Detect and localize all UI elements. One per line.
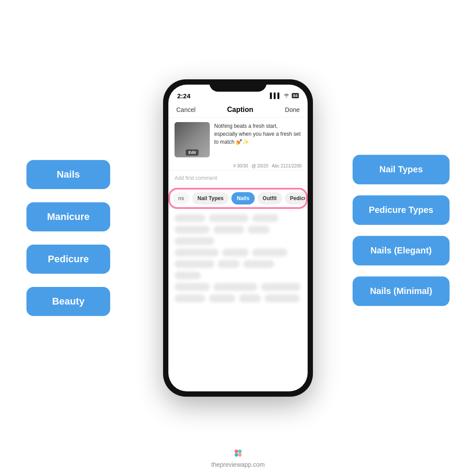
- hashtag-row-2: [175, 226, 301, 245]
- signal-icon: ▌▌▌: [270, 93, 281, 99]
- phone-screen: 2:24 ▌▌▌ 84 Cancel Caption: [168, 85, 308, 391]
- svg-point-0: [234, 450, 238, 453]
- page-footer: thepreviewapp.com: [211, 448, 264, 468]
- hashtag-pill: [209, 214, 249, 222]
- post-caption-text[interactable]: Nothing beats a fresh start, especially …: [214, 122, 301, 157]
- tag-button-nail-types[interactable]: Nail Types: [353, 155, 450, 184]
- hashtag-pill: [213, 226, 244, 234]
- page-wrapper: Nails Manicure Pedicure Beauty Nail Type…: [0, 0, 476, 476]
- hashtag-pill: [218, 260, 240, 268]
- left-buttons: Nails Manicure Pedicure Beauty: [26, 160, 110, 316]
- category-tabs-wrapper: ns Nail Types Nails Outfit Pedicure P...: [171, 190, 305, 206]
- tab-nail-types[interactable]: Nail Types: [192, 192, 229, 205]
- tab-outfit[interactable]: Outfit: [257, 192, 282, 205]
- hashtags-area: [168, 211, 308, 391]
- svg-point-2: [234, 453, 238, 457]
- caption-title: Caption: [227, 106, 253, 114]
- hashtag-pill: [175, 214, 205, 222]
- hashtag-pill: [175, 283, 210, 291]
- hashtag-pill: [252, 214, 279, 222]
- status-icons: ▌▌▌ 84: [270, 93, 299, 99]
- tag-button-nails-minimal[interactable]: Nails (Minimal): [353, 276, 450, 306]
- hashtag-pill: [175, 226, 210, 234]
- edit-label: Edit: [186, 149, 199, 156]
- phone-frame: 2:24 ▌▌▌ 84 Cancel Caption: [163, 79, 313, 397]
- done-button[interactable]: Done: [285, 106, 300, 113]
- hashtag-count: # 30/30: [233, 164, 248, 168]
- hashtag-row-5: [175, 283, 301, 291]
- wifi-icon: [283, 93, 290, 99]
- tag-button-nails-elegant[interactable]: Nails (Elegant): [353, 236, 450, 265]
- hashtag-pill: [175, 271, 201, 279]
- svg-point-1: [238, 450, 242, 453]
- tag-button-pedicure-types[interactable]: Pedicure Types: [353, 195, 450, 225]
- hashtag-pill: [175, 237, 214, 245]
- hashtag-pill: [248, 226, 270, 234]
- stats-row: # 30/30 @ 20/20 Abc 2121/2200: [168, 162, 308, 171]
- footer-website: thepreviewapp.com: [211, 461, 264, 468]
- tab-pedicure[interactable]: Pedicure: [285, 192, 305, 205]
- tag-button-pedicure[interactable]: Pedicure: [26, 245, 110, 274]
- hashtag-pill: [239, 294, 261, 302]
- char-count: Abc 2121/2200: [272, 164, 301, 168]
- hashtag-pill: [175, 260, 214, 268]
- phone-notch: [209, 79, 267, 92]
- mention-count: @ 20/20: [252, 164, 268, 168]
- tag-button-manicure[interactable]: Manicure: [26, 202, 110, 231]
- tag-button-nails[interactable]: Nails: [26, 160, 110, 189]
- cancel-button[interactable]: Cancel: [176, 106, 196, 113]
- hashtag-row-3: [175, 249, 301, 257]
- hashtag-pill: [252, 249, 287, 257]
- hashtag-row-4: [175, 260, 301, 279]
- category-tabs: ns Nail Types Nails Outfit Pedicure P...: [171, 190, 305, 206]
- tab-ns[interactable]: ns: [173, 192, 190, 205]
- svg-point-3: [238, 453, 242, 457]
- hashtag-row-6: [175, 294, 301, 302]
- hashtag-pill: [175, 249, 219, 257]
- right-buttons: Nail Types Pedicure Types Nails (Elegant…: [353, 155, 450, 306]
- nav-bar: Cancel Caption Done: [168, 102, 308, 118]
- hashtag-pill: [222, 249, 249, 257]
- tag-button-beauty[interactable]: Beauty: [26, 287, 110, 316]
- hashtag-pill: [209, 294, 235, 302]
- hashtag-pill: [261, 283, 301, 291]
- hashtag-pill: [243, 260, 274, 268]
- hashtag-pill: [213, 283, 257, 291]
- status-time: 2:24: [177, 92, 190, 100]
- comment-area[interactable]: Add first comment: [168, 171, 308, 186]
- battery-icon: 84: [292, 93, 299, 98]
- tab-nails[interactable]: Nails: [231, 192, 255, 205]
- post-preview: Edit Nothing beats a fresh start, especi…: [168, 118, 308, 162]
- add-comment-text: Add first comment: [175, 175, 217, 181]
- hashtag-row-1: [175, 214, 301, 222]
- hashtag-pill: [264, 294, 300, 302]
- post-image[interactable]: Edit: [175, 122, 210, 157]
- app-logo: [233, 448, 243, 458]
- hashtag-pill: [175, 294, 205, 302]
